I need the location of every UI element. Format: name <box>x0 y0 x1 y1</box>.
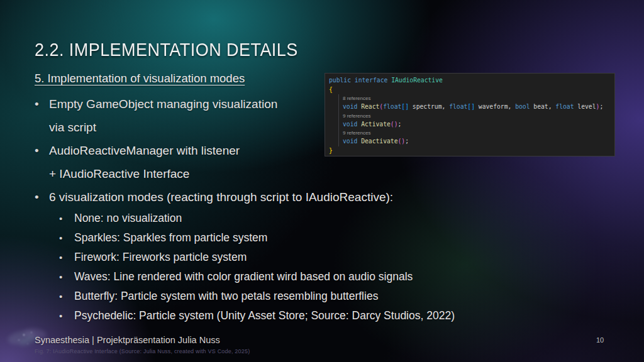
code-token-lens: 8 references <box>343 96 370 101</box>
sub-bullet-item: •Psychedelic: Particle system (Unity Ass… <box>59 306 575 326</box>
code-token-fn: React <box>361 103 379 110</box>
bullet-glyph: • <box>35 185 49 209</box>
codelens-line: 9 references <box>329 112 612 120</box>
bullet-text: 6 visualization modes (reacting through … <box>49 185 450 209</box>
bullet-item: •6 visualization modes (reacting through… <box>35 185 450 209</box>
bullet-glyph: • <box>59 228 74 248</box>
bullet-line: Sparkles: Sparkles from particle system <box>74 228 575 248</box>
sub-bullet-list: •None: no visualization•Sparkles: Sparkl… <box>59 209 575 326</box>
bullet-line: Psychedelic: Particle system (Unity Asse… <box>74 306 575 326</box>
code-line: } <box>329 146 612 156</box>
slide-subtitle: 5. Implementation of visualization modes <box>35 72 245 85</box>
bullet-glyph: • <box>59 209 74 228</box>
code-line: public interface IAudioReactive <box>329 76 612 85</box>
code-token-paren: () <box>391 121 398 128</box>
presentation-slide: 2.2. IMPLEMENTATION DETAILS 5. Implement… <box>0 0 644 362</box>
code-line: void Deactivate(); <box>329 137 612 146</box>
code-token-pl: ; <box>405 138 409 145</box>
code-token-kw: bool <box>515 103 530 110</box>
sub-bullet-item: •Firework: Fireworks particle system <box>59 248 575 267</box>
bullet-line: Waves: Line rendered with color gradient… <box>74 267 575 287</box>
code-token-paren: () <box>398 138 406 145</box>
code-token-kw: float <box>383 103 401 110</box>
slide-title: 2.2. IMPLEMENTATION DETAILS <box>35 39 298 60</box>
bullet-glyph: • <box>59 248 74 267</box>
sub-bullet-item: •Sparkles: Sparkles from particle system <box>59 228 575 248</box>
code-token-pl: beat, <box>530 103 556 110</box>
sub-bullet-item: •None: no visualization <box>59 209 575 228</box>
code-screenshot-panel: public interface IAudioReactive{8 refere… <box>325 73 615 156</box>
code-line: void Activate(); <box>329 120 612 129</box>
code-token-sq: [] <box>467 103 475 110</box>
bullet-glyph: • <box>59 287 74 306</box>
sub-bullet-item: •Waves: Line rendered with color gradien… <box>59 267 575 287</box>
code-token-kw: float <box>449 103 467 110</box>
bullet-glyph: • <box>35 139 49 162</box>
figure-caption: Fig. 7: IAudioReactive Interface (Source… <box>35 348 250 354</box>
bullet-glyph: • <box>35 92 49 116</box>
code-token-pl: level <box>574 103 596 110</box>
bullet-glyph: • <box>59 306 74 326</box>
code-lines: public interface IAudioReactive{8 refere… <box>329 76 612 155</box>
page-number: 10 <box>596 336 604 344</box>
code-token-pl: ; <box>599 103 603 110</box>
bullet-line: None: no visualization <box>74 209 575 228</box>
bullet-line: + IAudioReactive Interface <box>49 162 450 185</box>
bullet-text: Waves: Line rendered with color gradient… <box>74 267 575 287</box>
code-token-brace: { <box>329 86 333 93</box>
code-token-kw: void <box>343 138 361 145</box>
codelens-line: 9 references <box>329 129 612 137</box>
code-token-fn: Activate <box>361 121 391 128</box>
code-token-pl: waveform, <box>475 103 515 110</box>
code-token-type: IAudioReactive <box>391 77 443 84</box>
code-token-brace: } <box>329 147 333 154</box>
code-token-kw: float <box>555 103 574 110</box>
bullet-line: Firework: Fireworks particle system <box>74 248 575 267</box>
code-token-fn: Deactivate <box>361 138 397 145</box>
code-token-sq: [] <box>401 103 409 110</box>
codelens-line: 8 references <box>329 94 612 102</box>
bullet-line: 6 visualization modes (reacting through … <box>49 185 450 209</box>
sub-bullet-item: •Butterfly: Particle system with two pet… <box>59 287 575 306</box>
code-token-lens: 9 references <box>343 113 370 119</box>
code-line: { <box>329 85 612 95</box>
bullet-text: Firework: Fireworks particle system <box>74 248 575 267</box>
bullet-text: Psychedelic: Particle system (Unity Asse… <box>74 306 575 326</box>
code-line: void React(float[] spectrum, float[] wav… <box>329 102 612 112</box>
code-token-lens: 9 references <box>343 130 370 136</box>
code-token-kw: void <box>343 103 361 110</box>
code-token-pl: spectrum, <box>409 103 449 110</box>
code-token-kw: public interface <box>329 77 391 84</box>
footer-text: Synaesthesia | Projektpräsentation Julia… <box>35 335 220 345</box>
code-token-kw: void <box>343 121 361 128</box>
code-token-pl: ; <box>398 121 402 128</box>
bullet-text: Sparkles: Sparkles from particle system <box>74 228 575 248</box>
bullet-text: None: no visualization <box>74 209 575 228</box>
bullet-line: Butterfly: Particle system with two peta… <box>74 287 575 306</box>
bullet-text: Butterfly: Particle system with two peta… <box>74 287 575 306</box>
bullet-glyph: • <box>59 267 74 287</box>
